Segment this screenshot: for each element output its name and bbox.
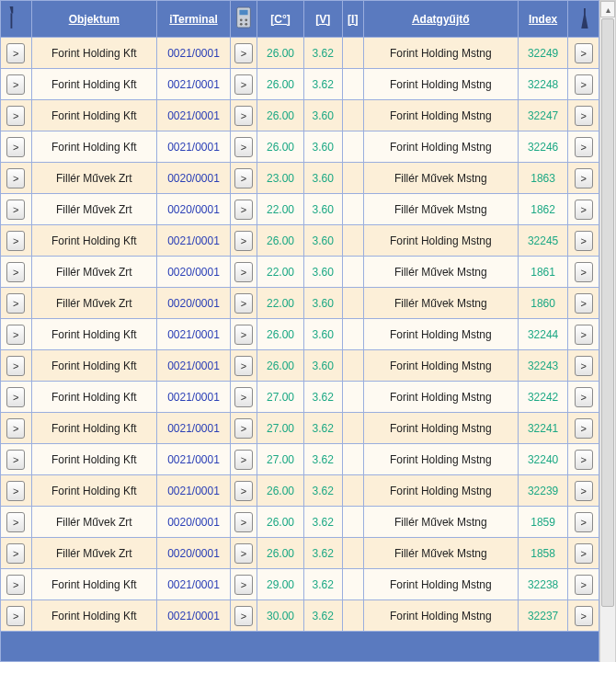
- header-current-link[interactable]: [I]: [348, 13, 358, 26]
- object-go-button[interactable]: >: [6, 293, 25, 314]
- header-iterminal[interactable]: iTerminal: [157, 1, 231, 38]
- collector-go-button[interactable]: >: [575, 106, 593, 126]
- collector-go-button[interactable]: >: [575, 325, 593, 345]
- iterminal-link[interactable]: 0021/0001: [167, 391, 220, 404]
- iterminal-link[interactable]: 0021/0001: [167, 328, 220, 341]
- index-link[interactable]: 32248: [528, 78, 558, 91]
- index-link[interactable]: 1858: [530, 547, 555, 560]
- iterminal-link[interactable]: 0021/0001: [167, 578, 220, 591]
- scrollbar-thumb[interactable]: [601, 18, 614, 607]
- header-voltage-link[interactable]: [V]: [315, 13, 330, 26]
- terminal-go-button[interactable]: >: [234, 543, 253, 564]
- header-terminal-icon[interactable]: [230, 1, 257, 38]
- iterminal-link[interactable]: 0021/0001: [167, 422, 220, 435]
- object-go-button[interactable]: >: [6, 575, 25, 595]
- terminal-go-button[interactable]: >: [234, 512, 253, 532]
- index-link[interactable]: 32247: [528, 109, 558, 122]
- index-link[interactable]: 1859: [530, 516, 555, 529]
- terminal-go-button[interactable]: >: [234, 168, 253, 188]
- index-link[interactable]: 32239: [528, 485, 558, 497]
- index-link[interactable]: 32244: [528, 328, 558, 341]
- object-go-button[interactable]: >: [6, 387, 25, 407]
- iterminal-link[interactable]: 0021/0001: [167, 141, 220, 154]
- header-object-icon[interactable]: [1, 1, 32, 38]
- iterminal-link[interactable]: 0021/0001: [167, 485, 220, 497]
- object-go-button[interactable]: >: [6, 418, 25, 439]
- object-go-button[interactable]: >: [6, 200, 25, 220]
- terminal-go-button[interactable]: >: [234, 200, 253, 220]
- collector-go-button[interactable]: >: [575, 512, 593, 532]
- terminal-go-button[interactable]: >: [234, 231, 253, 251]
- iterminal-link[interactable]: 0020/0001: [167, 547, 220, 560]
- iterminal-link[interactable]: 0021/0001: [167, 360, 220, 372]
- terminal-go-button[interactable]: >: [234, 481, 253, 501]
- terminal-go-button[interactable]: >: [234, 325, 253, 345]
- object-go-button[interactable]: >: [6, 356, 25, 376]
- object-go-button[interactable]: >: [6, 168, 25, 188]
- iterminal-link[interactable]: 0020/0001: [167, 297, 220, 310]
- terminal-go-button[interactable]: >: [234, 387, 253, 407]
- collector-go-button[interactable]: >: [575, 481, 593, 501]
- header-objektum[interactable]: Objektum: [31, 1, 157, 38]
- collector-go-button[interactable]: >: [575, 293, 593, 314]
- index-link[interactable]: 32241: [528, 422, 558, 435]
- collector-go-button[interactable]: >: [575, 387, 593, 407]
- object-go-button[interactable]: >: [6, 512, 25, 532]
- terminal-go-button[interactable]: >: [234, 606, 253, 626]
- iterminal-link[interactable]: 0021/0001: [167, 109, 220, 122]
- iterminal-link[interactable]: 0020/0001: [167, 203, 220, 216]
- object-go-button[interactable]: >: [6, 481, 25, 501]
- index-link[interactable]: 32238: [528, 578, 558, 591]
- collector-go-button[interactable]: >: [575, 418, 593, 439]
- object-go-button[interactable]: >: [6, 43, 25, 63]
- iterminal-link[interactable]: 0021/0001: [167, 610, 220, 622]
- collector-go-button[interactable]: >: [575, 74, 593, 95]
- terminal-go-button[interactable]: >: [234, 293, 253, 314]
- index-link[interactable]: 32243: [528, 360, 558, 372]
- collector-go-button[interactable]: >: [575, 450, 593, 470]
- header-adatgyujto[interactable]: Adatgyűjtő: [363, 1, 518, 38]
- header-objektum-link[interactable]: Objektum: [69, 13, 120, 26]
- terminal-go-button[interactable]: >: [234, 137, 253, 157]
- collector-go-button[interactable]: >: [575, 137, 593, 157]
- header-collector-icon[interactable]: [568, 1, 599, 38]
- terminal-go-button[interactable]: >: [234, 106, 253, 126]
- object-go-button[interactable]: >: [6, 231, 25, 251]
- object-go-button[interactable]: >: [6, 137, 25, 157]
- object-go-button[interactable]: >: [6, 106, 25, 126]
- terminal-go-button[interactable]: >: [234, 74, 253, 95]
- header-index-link[interactable]: Index: [529, 13, 557, 26]
- index-link[interactable]: 32242: [528, 391, 558, 404]
- index-link[interactable]: 32246: [528, 141, 558, 154]
- terminal-go-button[interactable]: >: [234, 356, 253, 376]
- object-go-button[interactable]: >: [6, 450, 25, 470]
- object-go-button[interactable]: >: [6, 74, 25, 95]
- iterminal-link[interactable]: 0021/0001: [167, 47, 220, 60]
- object-go-button[interactable]: >: [6, 262, 25, 282]
- collector-go-button[interactable]: >: [575, 606, 593, 626]
- terminal-go-button[interactable]: >: [234, 418, 253, 439]
- collector-go-button[interactable]: >: [575, 575, 593, 595]
- collector-go-button[interactable]: >: [575, 262, 593, 282]
- header-iterminal-link[interactable]: iTerminal: [169, 13, 217, 26]
- scroll-up-button[interactable]: ▴: [600, 1, 615, 17]
- collector-go-button[interactable]: >: [575, 356, 593, 376]
- terminal-go-button[interactable]: >: [234, 262, 253, 282]
- header-temperature[interactable]: [C°]: [257, 1, 303, 38]
- collector-go-button[interactable]: >: [575, 543, 593, 564]
- object-go-button[interactable]: >: [6, 606, 25, 626]
- collector-go-button[interactable]: >: [575, 168, 593, 188]
- header-index[interactable]: Index: [518, 1, 568, 38]
- iterminal-link[interactable]: 0020/0001: [167, 172, 220, 185]
- iterminal-link[interactable]: 0020/0001: [167, 516, 220, 529]
- collector-go-button[interactable]: >: [575, 200, 593, 220]
- header-current[interactable]: [I]: [342, 1, 363, 38]
- index-link[interactable]: 32249: [528, 47, 558, 60]
- terminal-go-button[interactable]: >: [234, 575, 253, 595]
- iterminal-link[interactable]: 0020/0001: [167, 266, 220, 279]
- vertical-scrollbar[interactable]: ▴ ▾: [599, 0, 616, 662]
- index-link[interactable]: 32245: [528, 234, 558, 247]
- terminal-go-button[interactable]: >: [234, 43, 253, 63]
- index-link[interactable]: 1862: [530, 203, 555, 216]
- object-go-button[interactable]: >: [6, 325, 25, 345]
